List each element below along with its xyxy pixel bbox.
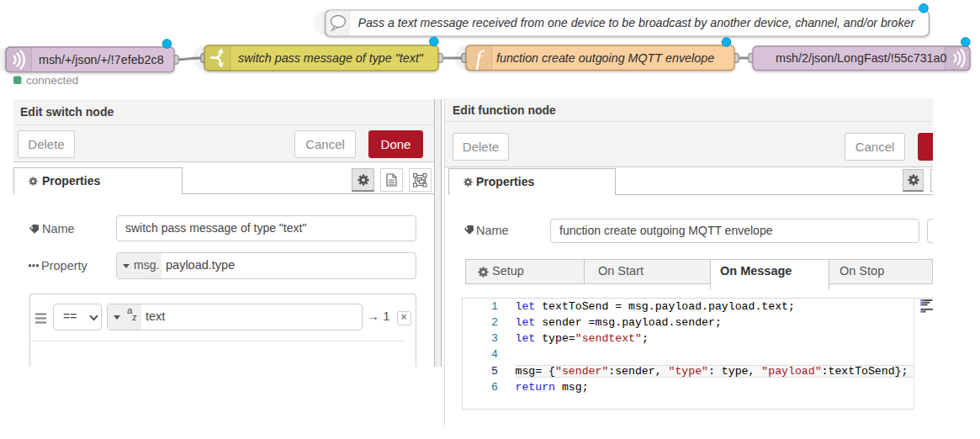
svg-text:msh/2/json/LongFast/!55c731a0: msh/2/json/LongFast/!55c731a0 xyxy=(776,51,947,65)
svg-text:switch pass message of type "t: switch pass message of type "text" xyxy=(238,51,424,65)
svg-text:Pass a text message received f: Pass a text message received from one de… xyxy=(358,16,916,29)
svg-text:function create outgoing MQTT: function create outgoing MQTT envelope xyxy=(496,51,714,65)
svg-text:msh/+/json/+/!7efeb2c8: msh/+/json/+/!7efeb2c8 xyxy=(39,53,164,66)
svg-text:connected: connected xyxy=(26,74,78,87)
